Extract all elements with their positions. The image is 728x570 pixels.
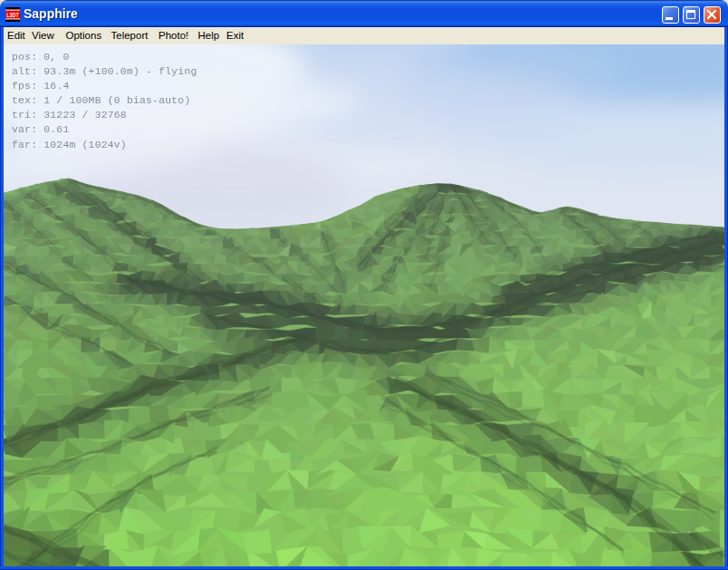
svg-text:L3DT: L3DT (6, 12, 19, 18)
